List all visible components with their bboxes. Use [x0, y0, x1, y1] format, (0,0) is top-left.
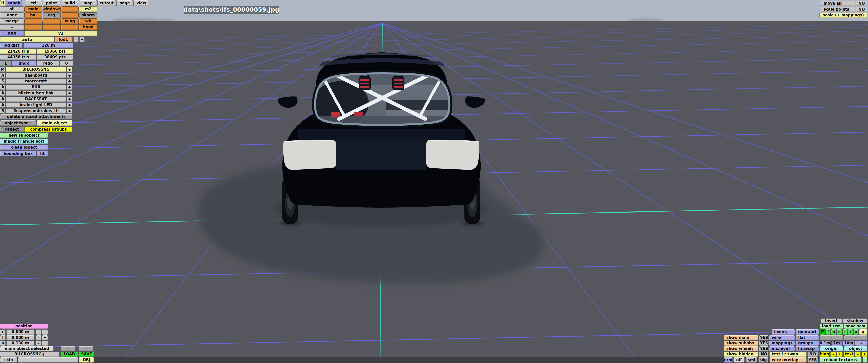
bottom-right-blob[interactable]: blob — [819, 352, 829, 357]
top-left-menu-map[interactable]: map — [79, 0, 97, 6]
bottom-right-b[interactable]: b — [831, 329, 836, 335]
bottom-right-show-main[interactable]: show main — [724, 335, 758, 340]
top-left-menu-blank[interactable] — [25, 19, 42, 24]
top-left-menu-b[interactable]: B — [0, 108, 5, 114]
top-left-menu-38609-pts[interactable]: 38609 pts — [37, 55, 73, 60]
top-left-menu-v1[interactable]: v1 — [25, 31, 97, 36]
bottom-right-blank[interactable]: - — [830, 352, 836, 357]
bottom-right-test-l-r-swap[interactable]: test l.r.swap — [769, 352, 807, 357]
top-left-menu-magic-triangle-sort[interactable]: magic triangle sort — [0, 139, 48, 144]
top-left-menu-dashboard[interactable]: dashboard — [6, 73, 66, 78]
top-left-menu-bilstein-ben-bak[interactable]: bilstein_ben_bak — [6, 91, 66, 96]
bottom-left-blank[interactable]: + — [42, 329, 48, 335]
bottom-left-bilcrossng[interactable]: BILCROSSNG✱ — [0, 352, 59, 357]
top-left-menu-all[interactable]: all — [0, 6, 24, 12]
top-left-menu-build[interactable]: build — [61, 0, 79, 6]
top-left-menu-blank[interactable] — [43, 25, 61, 30]
layer-dot[interactable]: ● — [859, 329, 868, 335]
top-left-menu-m[interactable]: M — [0, 67, 5, 72]
bottom-right-shadow[interactable]: shadow — [843, 318, 867, 323]
top-left-menu-a[interactable]: A — [0, 91, 5, 96]
bottom-right-invert[interactable]: invert — [821, 318, 842, 323]
bottom-left-blank[interactable]: + — [42, 340, 48, 346]
top-left-menu-windows[interactable]: windows — [43, 6, 61, 12]
top-left-menu-raceseat[interactable]: RACESEAT — [6, 97, 66, 102]
bottom-right-yes[interactable]: YES — [807, 357, 818, 363]
top-left-menu-main-object[interactable]: main object — [37, 120, 72, 126]
top-left-menu-view[interactable]: view — [133, 0, 149, 6]
bottom-left-blank[interactable]: - — [36, 335, 41, 340]
bottom-left-save[interactable]: SAVE — [79, 352, 94, 357]
bottom-left-skin[interactable]: skin — [0, 357, 17, 363]
bottom-right-show-wheels[interactable]: show wheels — [724, 346, 758, 352]
bottom-right-wire[interactable]: wire — [769, 335, 795, 340]
visibility-dot[interactable]: ● — [67, 67, 72, 72]
top-left-menu-hal[interactable]: hal — [25, 12, 42, 18]
top-left-menu-120-m[interactable]: 120 m — [24, 43, 73, 48]
top-left-menu-subob[interactable]: subob — [6, 0, 22, 6]
bottom-right-blank[interactable]: - — [855, 340, 867, 346]
visibility-dot[interactable]: ● — [67, 102, 72, 108]
bottom-right-gouraud[interactable]: gouraud — [796, 329, 819, 335]
visibility-dot[interactable]: ● — [67, 79, 72, 84]
top-left-menu-blank[interactable]: + — [80, 37, 85, 42]
bottom-right-no[interactable]: NO — [807, 352, 818, 357]
top-left-menu-blank[interactable] — [43, 19, 61, 24]
visibility-dot[interactable]: ● — [67, 108, 72, 114]
top-left-menu-reflect[interactable]: reflect — [0, 127, 24, 132]
top-left-menu-lod1[interactable]: lod1 — [55, 37, 72, 42]
bottom-right-yes[interactable]: YES — [759, 346, 769, 352]
top-left-menu-44358-tris[interactable]: 44358 tris — [0, 55, 36, 60]
top-left-menu-clean-object[interactable]: clean object — [0, 145, 48, 150]
bottom-left-blank[interactable] — [18, 357, 78, 363]
bottom-right-blank[interactable]: - — [844, 335, 867, 340]
bottom-right-l[interactable]: l — [842, 329, 847, 335]
bottom-right-blank[interactable]: - — [855, 352, 861, 357]
top-left-menu-a[interactable]: A — [0, 73, 5, 78]
bottom-right-blank[interactable]: + — [862, 352, 868, 357]
top-left-menu-undo[interactable]: undo — [11, 61, 36, 66]
top-left-menu-0[interactable]: 0 — [60, 61, 73, 66]
bottom-left-load[interactable]: LOAD — [61, 352, 78, 357]
visibility-dot[interactable]: ● — [67, 97, 72, 102]
bottom-right-blank[interactable]: + — [837, 352, 842, 357]
bottom-right-flat[interactable]: flat — [796, 335, 819, 340]
top-left-menu-19366-pts[interactable]: 19366 pts — [37, 48, 73, 54]
bottom-left-obj[interactable]: OBJ — [79, 357, 94, 363]
bottom-right-10m[interactable]: 10m — [843, 340, 854, 346]
bottom-right-mappings[interactable]: mappings — [769, 340, 795, 346]
bottom-left-blank[interactable]: - — [79, 346, 94, 352]
bottom-right-f[interactable]: f — [826, 329, 831, 335]
top-left-menu-moccaratt[interactable]: moccaratt — [6, 79, 66, 84]
top-left-menu-s[interactable]: S — [0, 79, 5, 84]
top-left-menu-page[interactable]: page — [116, 0, 133, 6]
bottom-left-main-object-selected[interactable]: main object selected — [0, 346, 54, 352]
bottom-right-1m[interactable]: 1m — [831, 340, 842, 346]
top-left-menu-a[interactable]: A — [0, 85, 5, 90]
bottom-left-f[interactable]: f — [0, 335, 5, 340]
top-left-menu-blank[interactable] — [61, 6, 79, 12]
bottom-right-off[interactable]: off — [733, 357, 745, 363]
bottom-right-blank[interactable]: - — [820, 335, 843, 340]
top-left-menu-delete-unused-attachments[interactable]: delete unused attachments — [0, 114, 72, 120]
bottom-left-u[interactable]: u — [0, 340, 5, 346]
bottom-right-r[interactable]: r — [837, 329, 842, 335]
top-left-menu-object-type[interactable]: object type : — [0, 120, 36, 126]
bottom-right-p[interactable]: P — [820, 329, 825, 335]
top-left-menu-none[interactable]: none — [0, 12, 24, 18]
top-left-menu-m2[interactable]: m2 — [79, 6, 97, 12]
top-left-menu-a[interactable]: A — [0, 97, 5, 102]
top-right-no[interactable]: NO — [856, 0, 868, 6]
top-right-scale-mappings[interactable]: scale (+ mappings) — [819, 12, 868, 18]
top-left-menu-suspensionbrakes-th[interactable]: Suspensionbrakes_th — [6, 108, 66, 114]
top-right-no[interactable]: NO — [856, 6, 868, 12]
top-left-menu-lod-dist[interactable]: lod dist — [0, 43, 23, 48]
top-left-menu-new-subobject[interactable]: new subobject — [0, 133, 48, 138]
top-left-menu-tri[interactable]: tri — [25, 0, 42, 6]
bottom-right-l-r-swap[interactable]: l.r.swap — [796, 346, 819, 352]
top-left-menu-merge[interactable]: merge — [0, 19, 24, 24]
bottom-right-yes[interactable]: YES — [759, 335, 769, 340]
bottom-left-0-130-m[interactable]: 0.130 m — [6, 340, 34, 346]
top-left-menu-1[interactable]: 1 — [0, 61, 11, 66]
visibility-dot[interactable]: ● — [67, 85, 72, 90]
